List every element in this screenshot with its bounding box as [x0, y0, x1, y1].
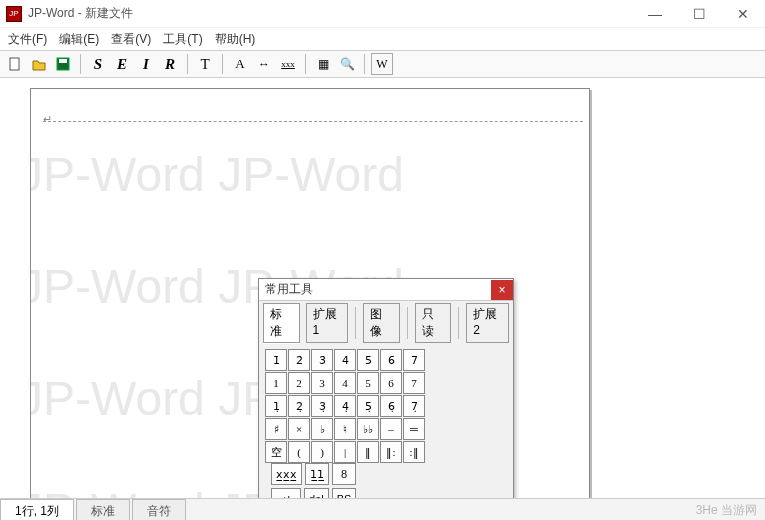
toolbar-sep — [364, 54, 365, 74]
maximize-button[interactable]: ☐ — [677, 0, 721, 28]
menu-edit[interactable]: 编辑(E) — [53, 29, 105, 50]
tool-window-titlebar[interactable]: 常用工具 × — [259, 279, 513, 301]
note-key-0-2[interactable]: 3̇ — [311, 349, 333, 371]
note-key-4-3[interactable]: | — [334, 441, 356, 463]
font-a-button[interactable]: A — [229, 53, 251, 75]
minimize-button[interactable]: — — [633, 0, 677, 28]
note-key-2-2[interactable]: 3̣ — [311, 395, 333, 417]
note-key-1-0[interactable]: 1 — [265, 372, 287, 394]
note-key-grid: 1̇2̇3̇4̇5̇6̇7̇12345671̣2̣3̣4̣5̣6̣7̣♯×♭♮♭… — [265, 349, 425, 463]
menubar: 文件(F) 编辑(E) 查看(V) 工具(T) 帮助(H) — [0, 28, 765, 50]
note-key-0-6[interactable]: 7̇ — [403, 349, 425, 371]
toolbar: S E I R T A ↔ xxx ▦ 🔍 W — [0, 50, 765, 78]
note-key-3-2[interactable]: ♭ — [311, 418, 333, 440]
note-key-1-6[interactable]: 7 — [403, 372, 425, 394]
tab-ext1[interactable]: 扩展1 — [306, 303, 349, 343]
link-button[interactable]: ↔ — [253, 53, 275, 75]
app-icon: JP — [6, 6, 22, 22]
note-key-3-0[interactable]: ♯ — [265, 418, 287, 440]
note-key-1-2[interactable]: 3 — [311, 372, 333, 394]
note-key-0-0[interactable]: 1̇ — [265, 349, 287, 371]
zoom-button[interactable]: 🔍 — [336, 53, 358, 75]
tab-standard[interactable]: 标准 — [263, 303, 300, 343]
toolbar-sep — [222, 54, 223, 74]
note-key-2-1[interactable]: 2̣ — [288, 395, 310, 417]
note-key-2-3[interactable]: 4̣ — [334, 395, 356, 417]
toolbar-sep — [305, 54, 306, 74]
toolbar-sep — [187, 54, 188, 74]
close-button[interactable]: ✕ — [721, 0, 765, 28]
note-key-2-0[interactable]: 1̣ — [265, 395, 287, 417]
right-key-column: x̲x̲x̲ 1̲1̲ 8 ↵ del BS → 3P 2P 1P ↑ — [271, 463, 376, 498]
note-key-3-1[interactable]: × — [288, 418, 310, 440]
save-button[interactable] — [52, 53, 74, 75]
note-key-2-6[interactable]: 7̣ — [403, 395, 425, 417]
menu-view[interactable]: 查看(V) — [105, 29, 157, 50]
tab-readonly[interactable]: 只读 — [415, 303, 452, 343]
tab-image[interactable]: 图像 — [363, 303, 400, 343]
note-key-2-5[interactable]: 6̣ — [380, 395, 402, 417]
status-position[interactable]: 1行, 1列 — [0, 499, 74, 520]
tab-sep — [458, 307, 459, 339]
style-s-button[interactable]: S — [87, 53, 109, 75]
open-button[interactable] — [28, 53, 50, 75]
style-i-button[interactable]: I — [135, 53, 157, 75]
key-xxx[interactable]: x̲x̲x̲ — [271, 463, 302, 485]
tab-sep — [355, 307, 356, 339]
key-11[interactable]: 1̲1̲ — [305, 463, 329, 485]
note-key-3-5[interactable]: – — [380, 418, 402, 440]
key-bs[interactable]: BS — [332, 488, 357, 498]
note-key-3-6[interactable]: ═ — [403, 418, 425, 440]
style-e-button[interactable]: E — [111, 53, 133, 75]
tool-window-title: 常用工具 — [265, 281, 313, 298]
tool-window[interactable]: 常用工具 × 标准 扩展1 图像 只读 扩展2 1̇2̇3̇4̇5̇6̇7̇12… — [258, 278, 514, 498]
note-key-4-4[interactable]: ‖ — [357, 441, 379, 463]
menu-help[interactable]: 帮助(H) — [209, 29, 262, 50]
note-key-3-4[interactable]: ♭♭ — [357, 418, 379, 440]
note-key-0-5[interactable]: 6̇ — [380, 349, 402, 371]
svg-rect-0 — [10, 58, 19, 70]
status-tab-standard[interactable]: 标准 — [76, 499, 130, 520]
new-button[interactable] — [4, 53, 26, 75]
note-key-0-4[interactable]: 5̇ — [357, 349, 379, 371]
grid-button[interactable]: ▦ — [312, 53, 334, 75]
tool-window-tabs: 标准 扩展1 图像 只读 扩展2 — [259, 301, 513, 343]
tab-ext2[interactable]: 扩展2 — [466, 303, 509, 343]
note-key-4-2[interactable]: ) — [311, 441, 333, 463]
status-tab-note[interactable]: 音符 — [132, 499, 186, 520]
content-boundary — [43, 121, 583, 122]
key-enter[interactable]: ↵ — [271, 488, 301, 498]
brand-watermark: 3He 当游网 — [688, 499, 765, 520]
note-key-1-3[interactable]: 4 — [334, 372, 356, 394]
xxx-button[interactable]: xxx — [277, 53, 299, 75]
text-cursor: ↵ — [43, 113, 52, 126]
style-r-button[interactable]: R — [159, 53, 181, 75]
tool-window-close-button[interactable]: × — [491, 280, 513, 300]
watermark: JP-Word JP-Word — [30, 147, 404, 202]
menu-file[interactable]: 文件(F) — [2, 29, 53, 50]
w-button[interactable]: W — [371, 53, 393, 75]
text-tool-button[interactable]: T — [194, 53, 216, 75]
window-titlebar: JP JP-Word - 新建文件 — ☐ ✕ — [0, 0, 765, 28]
note-key-4-6[interactable]: :‖ — [403, 441, 425, 463]
note-key-0-1[interactable]: 2̇ — [288, 349, 310, 371]
key-8[interactable]: 8 — [332, 463, 356, 485]
note-key-1-4[interactable]: 5 — [357, 372, 379, 394]
note-key-0-3[interactable]: 4̇ — [334, 349, 356, 371]
note-key-1-5[interactable]: 6 — [380, 372, 402, 394]
tab-sep — [407, 307, 408, 339]
note-key-4-5[interactable]: ‖: — [380, 441, 402, 463]
menu-tools[interactable]: 工具(T) — [157, 29, 208, 50]
toolbar-sep — [80, 54, 81, 74]
note-key-4-1[interactable]: ( — [288, 441, 310, 463]
svg-rect-2 — [59, 59, 67, 63]
note-key-3-3[interactable]: ♮ — [334, 418, 356, 440]
window-title: JP-Word - 新建文件 — [28, 5, 133, 22]
statusbar: 1行, 1列 标准 音符 3He 当游网 — [0, 498, 765, 520]
note-key-1-1[interactable]: 2 — [288, 372, 310, 394]
workspace: JP-Word JP-Word JP-Word JP-Word JP-Word … — [0, 78, 765, 498]
note-key-4-0[interactable]: 空 — [265, 441, 287, 463]
key-del[interactable]: del — [304, 488, 329, 498]
note-key-2-4[interactable]: 5̣ — [357, 395, 379, 417]
